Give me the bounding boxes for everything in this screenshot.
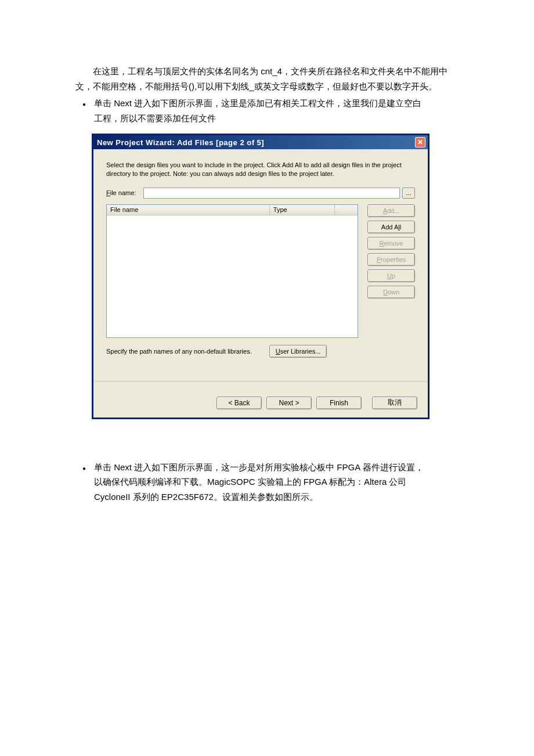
dialog-body: Select the design files you want to incl…	[93, 149, 428, 390]
bullet-item-1: 单击 Next 进入如下图所示界面，这里是添加已有相关工程文件，这里我们是建立空…	[92, 96, 464, 125]
next-button[interactable]: Next >	[266, 397, 312, 409]
filename-row: File name: ...	[106, 188, 415, 199]
col-type[interactable]: Type	[270, 205, 335, 215]
bullet-2-line1: 单击 Next 进入如下图所示界面，这一步是对所用实验核心板中 FPGA 器件进…	[94, 460, 464, 475]
bullet-1-line2: 工程，所以不需要添加任何文件	[94, 111, 464, 126]
table-header: File name Type	[107, 205, 358, 215]
bullet-list-top: 单击 Next 进入如下图所示界面，这里是添加已有相关工程文件，这里我们是建立空…	[92, 96, 464, 125]
bullet-list-bottom: 单击 Next 进入如下图所示界面，这一步是对所用实验核心板中 FPGA 器件进…	[92, 460, 464, 505]
main-row: File name Type Add... Add All Remove Pro…	[106, 204, 415, 338]
file-table[interactable]: File name Type	[106, 204, 358, 338]
remove-button[interactable]: Remove	[367, 237, 415, 250]
finish-button[interactable]: Finish	[316, 397, 362, 409]
col-extra[interactable]	[335, 205, 358, 215]
close-icon[interactable]: ✕	[415, 137, 425, 147]
filename-input[interactable]	[143, 188, 400, 199]
side-buttons: Add... Add All Remove Properties Up Down	[367, 204, 415, 338]
bullet-1-line1: 单击 Next 进入如下图所示界面，这里是添加已有相关工程文件，这里我们是建立空…	[94, 96, 464, 111]
add-button[interactable]: Add...	[367, 204, 415, 217]
dialog-screenshot: New Project Wizard: Add Files [page 2 of…	[92, 134, 464, 419]
user-libraries-button[interactable]: User Libraries...	[269, 345, 327, 358]
separator	[93, 381, 428, 381]
down-button[interactable]: Down	[367, 286, 415, 298]
bullet-2-line3: CycloneII 系列的 EP2C35F672。设置相关参数如图所示。	[94, 489, 464, 505]
bullet-item-2: 单击 Next 进入如下图所示界面，这一步是对所用实验核心板中 FPGA 器件进…	[92, 460, 464, 505]
intro-paragraph: 在这里，工程名与顶层文件的实体名同名为 cnt_4，文件夹所在路径名和文件夹名中…	[75, 64, 464, 93]
properties-button[interactable]: Properties	[367, 253, 415, 266]
dialog-footer: < Back Next > Finish 取消	[93, 390, 428, 417]
filename-label: File name:	[106, 189, 143, 196]
libraries-label: Specify the path names of any non-defaul…	[106, 348, 252, 355]
instruction-text: Select the design files you want to incl…	[106, 161, 415, 178]
add-all-button[interactable]: Add All	[367, 221, 415, 233]
titlebar: New Project Wizard: Add Files [page 2 of…	[93, 135, 428, 149]
col-filename[interactable]: File name	[107, 205, 270, 215]
libraries-row: Specify the path names of any non-defaul…	[106, 345, 415, 358]
lower-text: 单击 Next 进入如下图所示界面，这一步是对所用实验核心板中 FPGA 器件进…	[75, 460, 464, 505]
bullet-2-line2: 以确保代码顺利编译和下载。MagicSOPC 实验箱上的 FPGA 标配为：Al…	[94, 474, 464, 489]
browse-button[interactable]: ...	[402, 188, 415, 199]
new-project-wizard-dialog: New Project Wizard: Add Files [page 2 of…	[92, 134, 430, 419]
titlebar-text: New Project Wizard: Add Files [page 2 of…	[97, 138, 264, 147]
up-button[interactable]: Up	[367, 269, 415, 282]
back-button[interactable]: < Back	[217, 397, 262, 409]
cancel-button[interactable]: 取消	[372, 397, 417, 409]
